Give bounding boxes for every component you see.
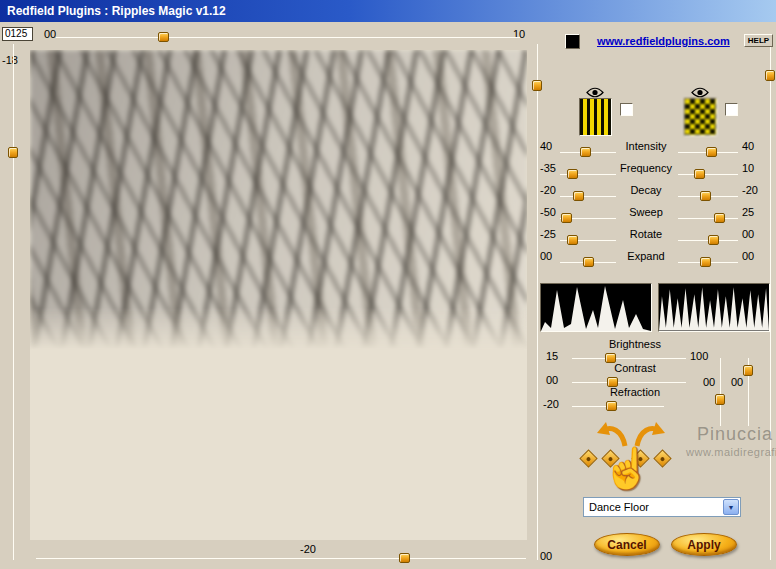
param-row-intensity: 40 Intensity 40 xyxy=(538,138,772,158)
website-link[interactable]: www.redfieldplugins.com xyxy=(597,35,730,47)
slider-handle[interactable] xyxy=(700,257,711,267)
preset-selected-value: Dance Floor xyxy=(589,501,649,513)
top-slider-right-label: 10 xyxy=(513,28,525,40)
bottom-slider[interactable] xyxy=(36,558,526,559)
slider-handle[interactable] xyxy=(573,191,584,201)
param-row-expand: 00 Expand 00 xyxy=(538,248,772,268)
cancel-button[interactable]: Cancel xyxy=(594,533,660,556)
preview-right-slider-handle[interactable] xyxy=(532,80,542,91)
preview-image[interactable] xyxy=(30,50,527,540)
bottom-right-value: 00 xyxy=(540,550,552,562)
curved-arrows-icon xyxy=(595,420,667,448)
expand-left-slider[interactable] xyxy=(560,262,616,263)
param-right-value: 00 xyxy=(742,250,754,262)
slider-handle[interactable] xyxy=(561,213,572,223)
expand-right-slider[interactable] xyxy=(678,262,738,263)
offset-x-slider[interactable] xyxy=(720,358,721,426)
param-left-value: -20 xyxy=(540,184,556,196)
diamond-icon xyxy=(579,449,597,467)
brightness-slider[interactable] xyxy=(572,358,686,359)
far-right-slider-handle[interactable] xyxy=(765,70,775,81)
texture-thumbnail-checker[interactable] xyxy=(684,98,717,136)
pointing-hand-icon: ☝ xyxy=(602,448,652,488)
brightness-label: Brightness xyxy=(575,338,695,350)
frequency-right-slider[interactable] xyxy=(678,174,738,175)
param-left-value: 40 xyxy=(540,140,552,152)
intensity-right-slider[interactable] xyxy=(678,152,738,153)
slider-handle[interactable] xyxy=(580,147,591,157)
decay-right-slider[interactable] xyxy=(678,196,738,197)
top-slider[interactable] xyxy=(56,37,520,38)
help-button[interactable]: HELP xyxy=(744,34,773,47)
param-left-value: 00 xyxy=(540,250,552,262)
diamond-icon xyxy=(653,449,671,467)
slider-handle[interactable] xyxy=(567,235,578,245)
slider-handle[interactable] xyxy=(694,169,705,179)
param-left-value: -25 xyxy=(540,228,556,240)
ripple-pattern xyxy=(30,50,527,350)
left-vertical-slider[interactable] xyxy=(13,44,14,560)
top-slider-left-label: 00 xyxy=(44,28,56,40)
contrast-slider[interactable] xyxy=(572,382,686,383)
param-row-rotate: -25 Rotate 00 xyxy=(538,226,772,246)
slider-handle[interactable] xyxy=(700,191,711,201)
slider-handle[interactable] xyxy=(567,169,578,179)
slider-handle[interactable] xyxy=(706,147,717,157)
left-slider-label: -18 xyxy=(2,54,18,66)
texture-checkbox-1[interactable] xyxy=(620,103,633,116)
brightness-right-value: 100 xyxy=(690,350,708,362)
param-left-value: -35 xyxy=(540,162,556,174)
param-right-value: 00 xyxy=(742,228,754,240)
bottom-slider-label: -20 xyxy=(300,543,316,555)
sweep-left-slider[interactable] xyxy=(560,218,616,219)
param-name: Rotate xyxy=(616,228,676,240)
eye-icon[interactable] xyxy=(586,84,604,95)
left-vertical-slider-handle[interactable] xyxy=(8,147,18,158)
param-right-value: 10 xyxy=(742,162,754,174)
param-left-value: -50 xyxy=(540,206,556,218)
texture-checkbox-2[interactable] xyxy=(725,103,738,116)
offset-y-slider[interactable] xyxy=(748,358,749,426)
preset-dropdown[interactable]: Dance Floor ▼ xyxy=(583,497,741,517)
brightness-left-value: 15 xyxy=(546,350,558,362)
waveform-display-right xyxy=(658,283,770,332)
param-name: Decay xyxy=(616,184,676,196)
param-row-decay: -20 Decay -20 xyxy=(538,182,772,202)
slider-handle[interactable] xyxy=(714,213,725,223)
watermark-name: Pinuccia xyxy=(697,424,773,445)
texture-thumbnail-stripes[interactable] xyxy=(579,98,612,136)
dropdown-button[interactable]: ▼ xyxy=(723,499,739,515)
waveform-display-left xyxy=(540,283,652,332)
rotate-left-slider[interactable] xyxy=(560,240,616,241)
intensity-left-slider[interactable] xyxy=(560,152,616,153)
chevron-down-icon: ▼ xyxy=(724,500,738,515)
titlebar[interactable]: Redfield Plugins : Ripples Magic v1.12 xyxy=(0,0,776,22)
sweep-right-slider[interactable] xyxy=(678,218,738,219)
param-name: Intensity xyxy=(616,140,676,152)
param-right-value: -20 xyxy=(742,184,758,196)
rotate-right-slider[interactable] xyxy=(678,240,738,241)
watermark-site: www.maidiregrafica. xyxy=(686,446,776,458)
param-row-sweep: -50 Sweep 25 xyxy=(538,204,772,224)
frequency-left-slider[interactable] xyxy=(560,174,616,175)
offset-x-handle[interactable] xyxy=(715,394,725,405)
slider-handle[interactable] xyxy=(708,235,719,245)
plugin-window: Redfield Plugins : Ripples Magic v1.12 0… xyxy=(0,0,776,569)
refraction-label: Refraction xyxy=(575,386,695,398)
offset-x-value: 00 xyxy=(703,376,715,388)
refraction-slider[interactable] xyxy=(572,406,664,407)
offset-y-value: 00 xyxy=(731,376,743,388)
color-swatch-button[interactable] xyxy=(565,34,580,49)
preview-right-vertical-slider[interactable] xyxy=(537,44,538,560)
top-slider-handle[interactable] xyxy=(158,32,169,42)
far-right-vertical-slider[interactable] xyxy=(770,44,771,560)
eye-icon[interactable] xyxy=(691,84,709,95)
bottom-slider-handle[interactable] xyxy=(399,553,410,563)
slider-handle[interactable] xyxy=(583,257,594,267)
refraction-left-value: -20 xyxy=(543,398,559,410)
seed-field[interactable]: 0125 xyxy=(2,27,33,41)
offset-y-handle[interactable] xyxy=(743,365,753,376)
refraction-slider-handle[interactable] xyxy=(606,401,617,411)
apply-button[interactable]: Apply xyxy=(671,533,737,556)
decay-left-slider[interactable] xyxy=(560,196,616,197)
